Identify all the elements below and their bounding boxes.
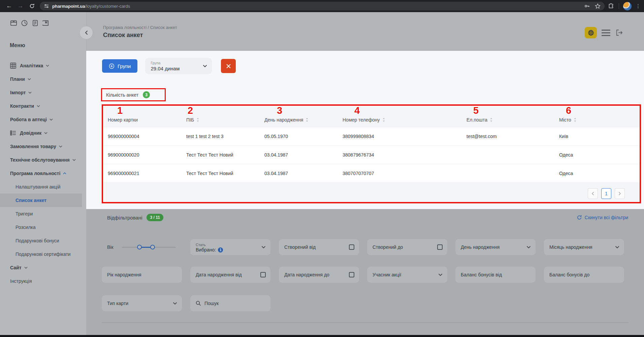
sidebar-item-інструкція[interactable]: Інструкція	[0, 274, 86, 288]
sidebar-item-label: Імпорт	[10, 90, 26, 95]
sidebar-item-тригери[interactable]: Тригери	[0, 207, 86, 221]
slider-handle-max[interactable]	[150, 245, 155, 249]
address-bar[interactable]: pharmapoint.ua/loyalty/customer-cards	[40, 2, 605, 10]
site-settings-icon[interactable]	[44, 3, 49, 9]
group-select-label: Група	[151, 61, 180, 65]
password-key-icon[interactable]	[584, 3, 590, 9]
sidebar-item-замовлення-товару[interactable]: Замовлення товару	[0, 140, 86, 153]
browser-menu-icon[interactable]: ⋮	[636, 3, 641, 9]
column-header-ел-пошта[interactable]: Ел.пошта	[466, 117, 493, 123]
column-header-піб[interactable]: ПІБ	[186, 117, 199, 123]
sidebar-item-label: Сайт	[10, 265, 22, 270]
sidebar-item-плани[interactable]: Плани	[0, 72, 86, 86]
filter-учасник-акції[interactable]: Учасник акції	[367, 267, 447, 283]
pagination-page-1[interactable]: 1	[601, 188, 611, 199]
sidebar-item-програма-лояльності[interactable]: Програма лояльності	[0, 167, 86, 180]
document-icon[interactable]	[32, 20, 39, 27]
sidebar-item-імпорт[interactable]: Імпорт	[0, 86, 86, 99]
table-cell: test 1 test 2 test 3	[186, 127, 224, 145]
forward-icon[interactable]: →	[15, 1, 26, 11]
table-cell: 03.04.1987	[264, 164, 288, 182]
table-cell: 380879676734	[343, 146, 374, 164]
chevron-down-icon	[203, 65, 207, 67]
sidebar-item-label: Технічне обслуговування	[10, 157, 70, 163]
clear-group-button[interactable]	[221, 59, 236, 73]
filter-баланс-бонусів-від[interactable]: Баланс бонусів від	[455, 267, 536, 283]
calendar-icon	[349, 272, 354, 277]
sort-icon	[305, 118, 309, 122]
reset-filters-link[interactable]: Скинути всі фільтри	[577, 215, 628, 220]
bookmark-star-icon[interactable]	[595, 3, 601, 9]
sidebar-item-список-анкет[interactable]: Список анкет	[0, 194, 82, 207]
table-row[interactable]: 969000000020Тест Тест Тест Новий03.04.19…	[102, 145, 641, 164]
language-globe-button[interactable]	[585, 27, 597, 38]
book-icon[interactable]	[42, 20, 50, 27]
filter-баланс-бонусів-до[interactable]: Баланс бонусів до	[544, 267, 624, 283]
cards-counter: Кількість анкет 3	[101, 88, 166, 101]
list-icon	[10, 130, 16, 136]
chevron-down-icon	[44, 132, 47, 134]
chevron-down-icon	[24, 267, 28, 269]
sidebar-item-подарункові-бонуси[interactable]: Подарункові бонуси	[0, 234, 86, 247]
filter-день-народження[interactable]: День народження	[455, 239, 536, 255]
logout-icon[interactable]	[615, 29, 623, 37]
table-header-row: Номер карткиПІБДень народженняНомер теле…	[102, 104, 641, 127]
reload-icon[interactable]	[26, 1, 38, 11]
table-row[interactable]: 969000000021Тест Тест Тест Новий03.04.19…	[102, 164, 641, 182]
table-cell: 380707070707	[343, 164, 374, 182]
filter-створений-до[interactable]: Створений до	[367, 239, 447, 255]
chevron-down-icon	[28, 92, 32, 94]
profile-avatar[interactable]	[623, 2, 632, 10]
sidebar-item-label: Програма лояльності	[10, 171, 60, 176]
sidebar-item-label: Подарункові бонуси	[15, 238, 59, 243]
browser-toolbar: ← → pharmapoint.ua/loyalty/customer-card…	[0, 0, 644, 12]
sidebar-item-робота-в-аптеці[interactable]: Робота в аптеці	[0, 113, 86, 126]
group-select[interactable]: Група 29.04 динам	[145, 58, 212, 74]
pie-chart-icon[interactable]	[21, 20, 28, 27]
back-icon[interactable]: ←	[3, 1, 15, 11]
pagination-prev-button[interactable]	[588, 188, 598, 199]
sidebar-item-label: Список анкет	[15, 198, 46, 203]
refresh-icon	[577, 215, 582, 220]
table-row[interactable]: 969000000004test 1 test 2 test 305.05.19…	[102, 127, 641, 145]
chevron-down-icon	[261, 246, 266, 248]
age-slider[interactable]	[122, 247, 176, 248]
filter-рік-народження[interactable]: Рік народження	[102, 267, 182, 283]
sidebar-item-контракти[interactable]: Контракти	[0, 99, 86, 113]
column-header-номер-телефону[interactable]: Номер телефону	[343, 117, 385, 123]
table-cell: 969000000004	[108, 127, 139, 145]
column-header-місто[interactable]: Місто	[559, 117, 577, 123]
drawer-icon[interactable]	[10, 20, 17, 27]
sidebar-item-налаштування-акцій[interactable]: Налаштування акцій	[0, 180, 86, 194]
filter-вік[interactable]: Вік	[102, 239, 182, 255]
filters-divider	[102, 323, 629, 323]
plus-circle-icon	[109, 63, 115, 69]
sidebar-collapse-button[interactable]	[79, 26, 93, 39]
filter-створений-від[interactable]: Створений від	[279, 239, 359, 255]
sidebar-item-сайт[interactable]: Сайт	[0, 261, 86, 274]
url-text: pharmapoint.ua/loyalty/customer-cards	[52, 4, 130, 9]
sidebar-item-подарункові-сертифікати[interactable]: Подарункові сертифікати	[0, 247, 86, 261]
sidebar-item-аналітика[interactable]: Аналітика	[0, 59, 86, 72]
table-cell: 969000000021	[108, 164, 139, 182]
extensions-icon[interactable]	[608, 3, 614, 9]
sidebar-item-довідник[interactable]: Довідник	[0, 126, 86, 140]
chevron-down-icon	[37, 105, 40, 107]
column-header-день-народження[interactable]: День народження	[264, 117, 309, 123]
filter-дата-народження-від[interactable]: Дата народження від	[190, 267, 270, 283]
chevron-down-icon	[173, 302, 177, 305]
filter-стать[interactable]: Стать Вибрано: 1	[190, 239, 270, 255]
filter-дата-народження-до[interactable]: Дата народження до	[279, 267, 359, 283]
table-cell: Одеса	[559, 164, 573, 182]
filter-місяць-народження[interactable]: Місяць народження	[544, 239, 624, 255]
filter-тип-карти[interactable]: Тип карти	[102, 295, 182, 311]
sidebar-item-розсилка[interactable]: Розсилка	[0, 221, 86, 234]
sidebar-item-технічне-обслуговування[interactable]: Технічне обслуговування	[0, 153, 86, 167]
filter-пошук[interactable]: Пошук	[190, 295, 270, 311]
menu-hamburger-icon[interactable]	[602, 30, 610, 36]
pagination-next-button[interactable]	[615, 188, 625, 199]
slider-handle-min[interactable]	[137, 245, 142, 249]
groups-button[interactable]: Групи	[102, 59, 137, 73]
sidebar-item-label: Робота в аптеці	[10, 117, 47, 122]
search-icon	[196, 301, 201, 306]
